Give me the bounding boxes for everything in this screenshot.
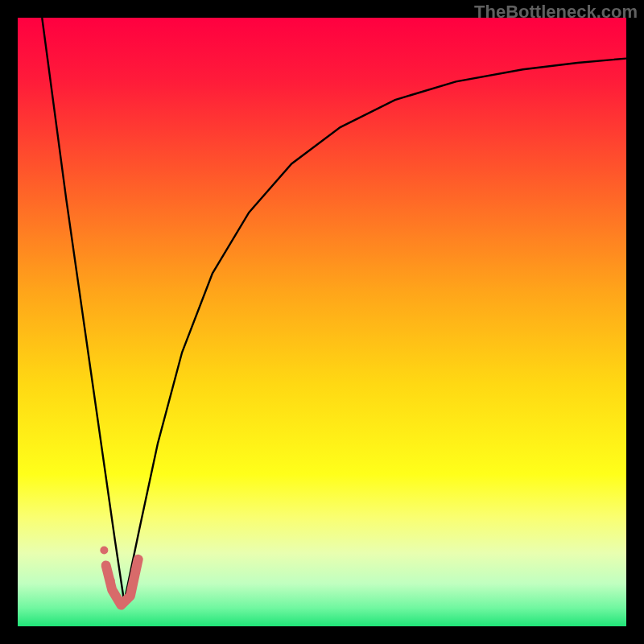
plot-area [18, 18, 626, 626]
dot-left-upper [100, 547, 108, 555]
series-left-branch [42, 18, 124, 602]
dot-left-lower [107, 576, 115, 584]
curves-layer [18, 18, 626, 626]
chart-container: TheBottleneck.com [0, 0, 644, 644]
series-right-branch [124, 59, 626, 602]
watermark-text: TheBottleneck.com [474, 2, 638, 23]
